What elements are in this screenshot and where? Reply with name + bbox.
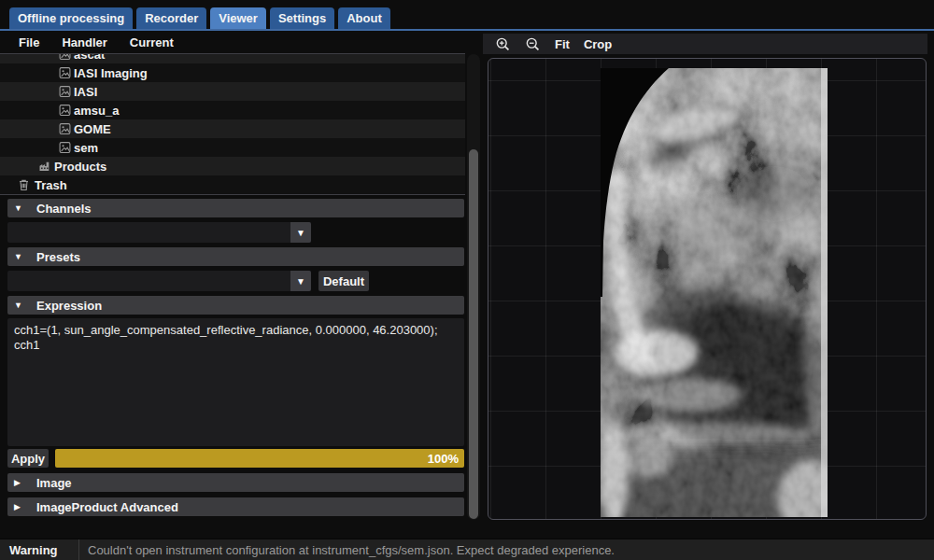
tree-row-iasi[interactable]: IASI — [0, 82, 465, 101]
tree-item-label: IASI Imaging — [74, 66, 148, 80]
presets-section-label: Presets — [36, 250, 80, 264]
tab-bar: Offline processing Recorder Viewer Setti… — [9, 7, 390, 29]
channels-section-label: Channels — [36, 202, 92, 216]
tree-item-label: GOME — [74, 122, 111, 136]
tree-row-iasi-imaging[interactable]: IASI Imaging — [0, 63, 465, 82]
chevron-down-icon: ▼ — [14, 252, 25, 261]
tab-about[interactable]: About — [338, 7, 390, 29]
image-section-label: Image — [36, 476, 72, 490]
tree-row-products[interactable]: Products — [0, 157, 465, 175]
left-panel-scrollbar — [467, 54, 480, 520]
viewer-toolbar: Fit Crop — [483, 34, 927, 54]
expression-input[interactable]: cch1=(1, sun_angle_compensated_reflectiv… — [7, 318, 464, 446]
status-message: Couldn't open instrument configuration a… — [79, 543, 615, 557]
tab-bar-underline — [0, 29, 934, 31]
trash-icon — [18, 178, 30, 191]
status-level-badge: Warning — [0, 543, 78, 557]
image-file-icon — [59, 86, 71, 98]
chevron-down-icon: ▼ — [14, 203, 25, 213]
tree-row-sem[interactable]: sem — [0, 138, 465, 157]
expression-section-label: Expression — [36, 299, 102, 313]
progress-value: 100% — [428, 452, 459, 466]
tree-row-ascat[interactable]: ascat — [0, 53, 465, 63]
chevron-right-icon: ▶ — [14, 478, 25, 487]
chevron-right-icon: ▶ — [14, 502, 25, 511]
zoom-in-icon[interactable] — [495, 36, 511, 52]
chevron-down-icon: ▼ — [14, 301, 25, 310]
app-window: Offline processing Recorder Viewer Setti… — [0, 0, 934, 560]
presets-section-header[interactable]: ▼ Presets — [7, 247, 464, 266]
tree-row-amsu-a[interactable]: amsu_a — [0, 101, 465, 119]
zoom-out-icon[interactable] — [525, 36, 541, 52]
factory-icon — [38, 161, 50, 173]
fit-button[interactable]: Fit — [555, 37, 570, 51]
default-preset-button[interactable]: Default — [318, 271, 369, 291]
status-bar: Warning Couldn't open instrument configu… — [0, 539, 934, 560]
tree-item-label: amsu_a — [74, 104, 119, 118]
image-file-icon — [59, 105, 71, 117]
tree-item-label: ascat — [74, 53, 105, 62]
image-section-header[interactable]: ▶ Image — [7, 473, 464, 492]
channels-combo[interactable]: ▼ — [7, 222, 311, 243]
satellite-image — [601, 68, 828, 517]
tab-viewer[interactable]: Viewer — [210, 7, 266, 29]
crop-button[interactable]: Crop — [584, 37, 612, 51]
channels-section-header[interactable]: ▼ Channels — [7, 199, 464, 217]
image-product-advanced-label: ImageProduct Advanced — [36, 500, 178, 514]
image-file-icon — [59, 67, 71, 79]
menu-handler[interactable]: Handler — [62, 35, 106, 49]
tree-row-gome[interactable]: GOME — [0, 119, 465, 138]
scrollbar-thumb[interactable] — [469, 149, 478, 519]
tree-item-label: Products — [54, 160, 106, 174]
tab-offline-processing[interactable]: Offline processing — [9, 7, 133, 29]
image-product-advanced-header[interactable]: ▶ ImageProduct Advanced — [7, 497, 464, 516]
image-file-icon — [59, 53, 71, 61]
combo-arrow-icon[interactable]: ▼ — [290, 271, 311, 291]
apply-button[interactable]: Apply — [7, 449, 49, 468]
menu-current[interactable]: Current — [130, 35, 174, 49]
combo-arrow-icon[interactable]: ▼ — [290, 222, 311, 243]
tab-settings[interactable]: Settings — [270, 7, 334, 29]
tree-item-label: IASI — [74, 85, 97, 99]
tree-item-label: sem — [74, 141, 98, 155]
progress-bar: 100% — [55, 449, 464, 468]
expression-section-header[interactable]: ▼ Expression — [7, 296, 464, 315]
menu-file[interactable]: File — [19, 35, 39, 49]
image-file-icon — [59, 123, 71, 135]
handler-tree: ascat IASI Imaging IASI amsu_a GOME — [0, 53, 465, 195]
tree-row-trash[interactable]: Trash — [0, 175, 465, 194]
tab-recorder[interactable]: Recorder — [136, 7, 206, 29]
menu-bar: File Handler Current — [0, 32, 465, 53]
presets-combo[interactable]: ▼ — [7, 271, 311, 291]
image-file-icon — [59, 142, 71, 154]
image-viewport[interactable] — [488, 58, 927, 520]
tree-item-label: Trash — [35, 178, 67, 192]
